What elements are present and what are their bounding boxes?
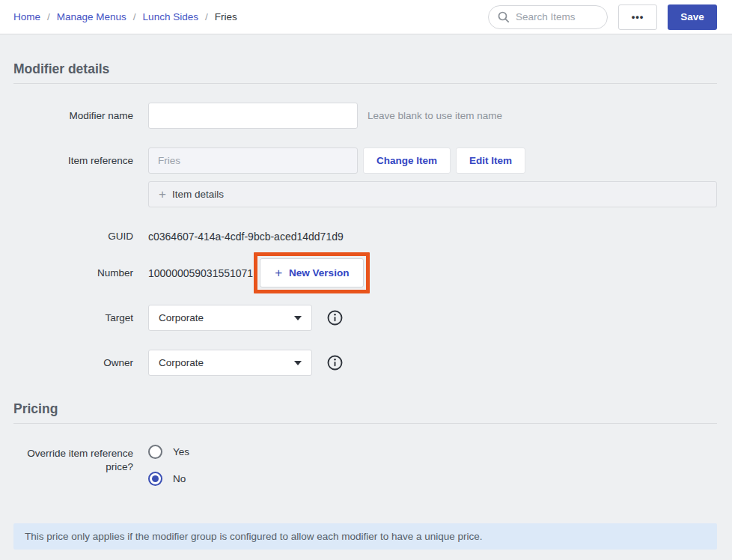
edit-item-button[interactable]: Edit Item bbox=[456, 147, 525, 174]
guid-row: GUID c0364607-414a-4cdf-9bcb-aced14dd71d… bbox=[13, 230, 717, 243]
pricing-heading: Pricing bbox=[13, 401, 717, 417]
number-label: Number bbox=[13, 267, 133, 280]
save-button[interactable]: Save bbox=[668, 4, 717, 30]
owner-select[interactable]: Corporate bbox=[148, 350, 312, 376]
breadcrumb-separator: / bbox=[205, 11, 208, 22]
item-details-toggle-label: Item details bbox=[172, 189, 224, 200]
search-input[interactable] bbox=[516, 11, 600, 22]
target-select[interactable]: Corporate bbox=[148, 305, 312, 331]
topbar-actions: ••• Save bbox=[488, 4, 717, 30]
search-icon bbox=[498, 11, 510, 23]
target-info-icon[interactable] bbox=[327, 310, 343, 326]
annotation-highlight-box: + New Version bbox=[254, 252, 370, 293]
radio-option-yes[interactable]: Yes bbox=[148, 445, 717, 459]
chevron-down-icon bbox=[294, 361, 302, 365]
owner-label: Owner bbox=[13, 356, 133, 370]
chevron-down-icon bbox=[294, 316, 302, 320]
breadcrumb-manage-menus[interactable]: Manage Menus bbox=[57, 11, 126, 22]
override-price-label: Override item reference price? bbox=[13, 445, 133, 474]
breadcrumb-home[interactable]: Home bbox=[13, 11, 40, 22]
owner-row: Owner Corporate bbox=[13, 350, 717, 376]
top-bar: Home / Manage Menus / Lunch Sides / Frie… bbox=[0, 0, 732, 34]
page-content: Modifier details Modifier name Leave bla… bbox=[0, 61, 732, 550]
plus-icon: + bbox=[159, 187, 166, 202]
item-details-toggle[interactable]: + Item details bbox=[148, 181, 717, 207]
target-label: Target bbox=[13, 311, 133, 325]
section-divider bbox=[13, 83, 717, 84]
owner-selected-value: Corporate bbox=[159, 357, 204, 368]
more-actions-button[interactable]: ••• bbox=[618, 4, 657, 30]
breadcrumb-separator: / bbox=[47, 11, 50, 22]
breadcrumb-lunch-sides[interactable]: Lunch Sides bbox=[143, 11, 198, 22]
new-version-button[interactable]: + New Version bbox=[260, 258, 364, 287]
override-price-options: Yes No bbox=[148, 445, 717, 499]
radio-label-yes: Yes bbox=[173, 446, 189, 457]
radio-icon-no-selected[interactable] bbox=[148, 472, 162, 486]
modifier-name-input[interactable] bbox=[148, 103, 358, 129]
section-divider bbox=[13, 423, 717, 424]
change-item-button[interactable]: Change Item bbox=[363, 147, 451, 174]
radio-label-no: No bbox=[173, 473, 186, 484]
pricing-info-banner: This price only applies if the modifier … bbox=[13, 523, 717, 550]
radio-option-no[interactable]: No bbox=[148, 472, 717, 486]
breadcrumb-separator: / bbox=[133, 11, 136, 22]
number-value: 100000059031551071 bbox=[148, 267, 253, 279]
modifier-name-row: Modifier name Leave blank to use item na… bbox=[13, 103, 717, 129]
breadcrumb-current-fries: Fries bbox=[215, 11, 237, 22]
search-box[interactable] bbox=[488, 5, 608, 29]
modifier-name-hint: Leave blank to use item name bbox=[367, 110, 502, 121]
item-reference-row: Item reference Change Item Edit Item bbox=[13, 147, 717, 174]
radio-icon-yes[interactable] bbox=[148, 445, 162, 459]
guid-value: c0364607-414a-4cdf-9bcb-aced14dd71d9 bbox=[148, 231, 717, 243]
breadcrumb: Home / Manage Menus / Lunch Sides / Frie… bbox=[13, 11, 237, 22]
new-version-button-label: New Version bbox=[289, 267, 349, 279]
guid-label: GUID bbox=[13, 230, 133, 243]
override-price-row: Override item reference price? Yes No bbox=[13, 445, 717, 499]
modifier-details-heading: Modifier details bbox=[13, 61, 717, 77]
target-row: Target Corporate bbox=[13, 305, 717, 331]
item-details-row: + Item details bbox=[13, 174, 717, 207]
modifier-name-label: Modifier name bbox=[13, 109, 133, 123]
target-selected-value: Corporate bbox=[159, 312, 204, 323]
number-row: Number 100000059031551071 + New Version bbox=[13, 252, 717, 293]
item-reference-input bbox=[148, 147, 358, 174]
plus-icon: + bbox=[275, 266, 282, 281]
owner-info-icon[interactable] bbox=[327, 355, 343, 371]
item-reference-label: Item reference bbox=[13, 154, 133, 168]
